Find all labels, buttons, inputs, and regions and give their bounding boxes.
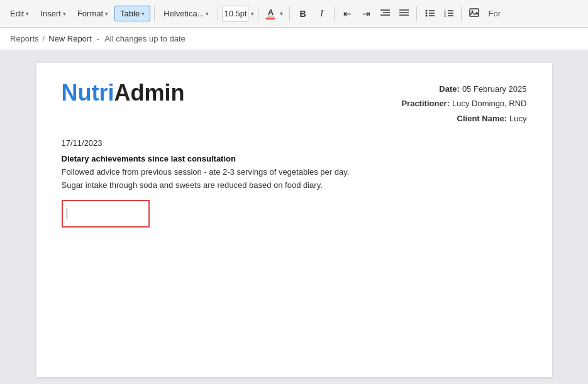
divider-5 [334,6,335,21]
font-color-chevron-icon[interactable]: ▾ [280,10,283,17]
bullet-list-icon [425,9,435,19]
section-body-line1: Followed advice from previous session - … [62,167,350,177]
edit-label: Edit [10,9,24,18]
more-label[interactable]: For [484,9,504,18]
doc-date: 17/11/2023 [62,138,527,148]
doc-area: NutriAdmin Date: 05 February 2025 Practi… [0,50,588,384]
bold-icon: B [299,9,306,19]
section-body-line2: Sugar intake through soda and sweets are… [62,180,323,190]
table-label: Table [120,9,140,18]
breadcrumb-parent[interactable]: Reports [10,34,39,43]
image-icon [469,8,479,19]
text-cursor [67,208,67,219]
meta-client-value: Lucy [509,111,526,126]
meta-practitioner-value: Lucy Domingo, RND [452,96,527,111]
meta-practitioner-label: Practitioner: [401,96,450,111]
font-name-label: Helvetica... [164,9,204,18]
svg-point-10 [425,14,427,16]
meta-date-label: Date: [439,82,460,96]
format-chevron-icon: ▾ [105,11,108,17]
italic-icon: I [320,9,323,19]
doc-section-title: Dietary achievements since last consulta… [62,154,527,163]
breadcrumb-bar: Reports / New Report - All changes up to… [0,28,588,50]
logo: NutriAdmin [62,82,402,104]
font-color-icon: A [268,8,274,17]
font-chevron-icon: ▾ [206,11,209,17]
insert-image-button[interactable] [465,5,483,23]
meta-date-row: Date: 05 February 2025 [401,82,526,96]
meta-client-label: Client Name: [457,111,507,126]
divider-2 [218,6,218,21]
align-right-button[interactable] [376,5,394,23]
toolbar: Edit ▾ Insert ▾ Format ▾ Table ▾ Helveti… [0,0,588,28]
doc-page: NutriAdmin Date: 05 February 2025 Practi… [36,63,552,377]
divider-1 [154,6,155,21]
logo-area: NutriAdmin [62,82,402,104]
meta-client-row: Client Name: Lucy [401,111,526,126]
insert-chevron-icon: ▾ [63,11,66,17]
color-bar [266,18,275,19]
edit-menu[interactable]: Edit ▾ [5,6,34,21]
breadcrumb-current: New Report [48,34,92,43]
active-table-cell[interactable] [62,200,150,228]
format-label: Format [77,9,103,18]
bullet-list-button[interactable] [421,5,438,23]
svg-point-19 [472,11,474,13]
font-color-button[interactable]: A [262,6,279,21]
italic-button[interactable]: I [313,5,330,23]
meta-date-value: 05 February 2025 [462,82,527,96]
align-left-icon: ⇤ [343,8,352,19]
doc-section-body: Followed advice from previous session - … [62,166,527,192]
numbered-list-icon: 1. 2. 3. [444,9,453,19]
logo-nutri: Nutri [62,80,114,106]
align-left-button[interactable]: ⇤ [338,5,356,23]
meta-practitioner-row: Practitioner: Lucy Domingo, RND [401,96,526,111]
logo-admin: Admin [114,80,185,106]
doc-meta: Date: 05 February 2025 Practitioner: Luc… [401,82,526,126]
svg-point-6 [425,9,427,11]
breadcrumb-dash: - [97,34,99,43]
align-justify-button[interactable] [395,5,413,23]
edit-chevron-icon: ▾ [26,11,29,17]
breadcrumb-status: All changes up to date [104,34,186,43]
divider-6 [416,6,417,21]
format-menu[interactable]: Format ▾ [72,6,113,21]
doc-header: NutriAdmin Date: 05 February 2025 Practi… [62,82,527,126]
align-right-icon [380,9,390,19]
svg-text:3.: 3. [444,14,447,17]
bold-button[interactable]: B [294,5,311,23]
font-family-selector[interactable]: Helvetica... ▾ [158,6,214,21]
numbered-list-button[interactable]: 1. 2. 3. [440,5,457,23]
insert-menu[interactable]: Insert ▾ [35,6,71,21]
font-size-chevron-icon: ▾ [251,11,254,17]
align-center-icon: ⇥ [362,8,370,19]
divider-7 [461,6,462,21]
breadcrumb-separator: / [43,34,45,43]
table-chevron-icon: ▾ [141,11,145,17]
divider-4 [289,6,290,21]
font-size-input[interactable] [222,6,248,22]
svg-point-8 [425,12,427,14]
align-center-button[interactable]: ⇥ [357,5,375,23]
insert-label: Insert [40,9,61,18]
align-justify-icon [399,9,409,19]
table-menu[interactable]: Table ▾ [114,6,150,21]
divider-3 [258,6,258,21]
